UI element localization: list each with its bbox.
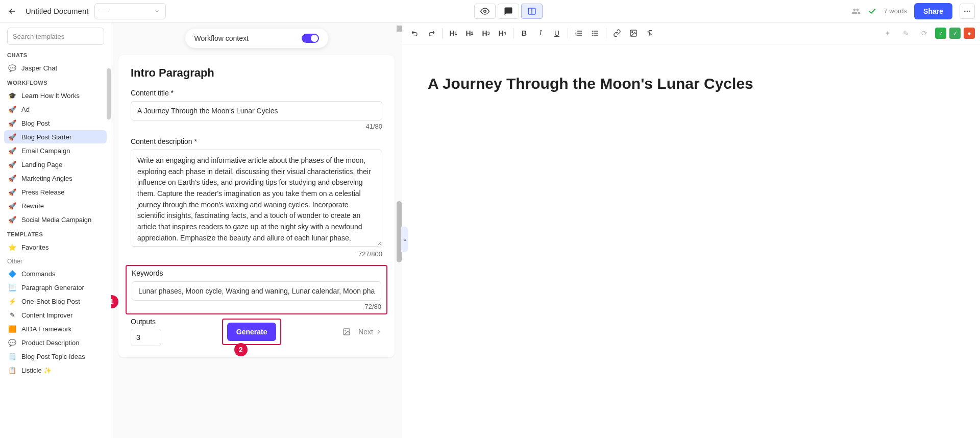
svg-point-9 [632,32,633,33]
h2-button[interactable]: H2 [462,26,477,41]
document-heading[interactable]: A Journey Through the Moon's Lunar Cycle… [428,75,954,92]
editor-toolbar: H1 H2 H3 H4 B I U ✦ ✎ ⟳ ✓ [402,22,980,44]
sidebar-item-email-campaign[interactable]: 🚀Email Campaign [4,144,107,157]
sidebar-item-commands[interactable]: 🔷Commands [4,267,107,280]
sidebar-item-blog-post-starter[interactable]: 🚀Blog Post Starter [4,130,107,143]
generate-button[interactable]: Generate [227,323,277,341]
list-icon: 📋 [8,366,16,374]
underline-button[interactable]: U [549,26,565,41]
document-title[interactable]: Untitled Document [26,7,88,15]
h1-button[interactable]: H1 [446,26,461,41]
seo-badge[interactable]: ✓ [935,28,946,39]
next-button[interactable]: Next [358,328,382,336]
content-title-input[interactable] [131,101,382,120]
sidebar-item-product-desc[interactable]: 💬Product Description [4,336,107,349]
scrollbar-up[interactable] [397,26,402,32]
sidebar-item-paragraph-gen[interactable]: 📃Paragraph Generator [4,281,107,294]
image-icon[interactable] [342,327,351,336]
svg-point-3 [964,10,966,12]
share-button[interactable]: Share [914,3,952,19]
rocket-icon: 🚀 [8,119,16,127]
chevron-right-icon [375,328,382,335]
sidebar-item-blog-topics[interactable]: 🗒️Blog Post Topic Ideas [4,350,107,363]
sidebar: Search templates CHATS 💬 Jasper Chat WOR… [0,22,111,438]
plagiarism-badge[interactable]: ● [964,28,975,39]
paragraph-icon: 📃 [8,283,16,291]
collapse-panel-tab[interactable]: « [401,227,408,252]
tone-select[interactable]: — [94,3,166,19]
commands-icon: 🔷 [8,270,16,278]
next-label: Next [358,328,373,336]
sidebar-scrollbar[interactable] [107,68,111,119]
back-button[interactable] [5,4,19,18]
sidebar-item-learn[interactable]: 🎓Learn How It Works [4,89,107,102]
intro-paragraph-card: Intro Paragraph Content title * 41/80 Co… [118,55,395,357]
wand-icon: ✎ [8,311,16,319]
sidebar-item-label: One-Shot Blog Post [21,298,80,305]
rocket-icon: 🚀 [8,160,16,168]
sidebar-item-landing-page[interactable]: 🚀Landing Page [4,158,107,171]
sidebar-item-favorites[interactable]: ⭐Favorites [4,240,107,254]
chat-mode-button[interactable] [498,4,519,19]
ordered-list-button[interactable] [571,26,586,41]
annotation-1: 1 [111,295,118,308]
unordered-list-button[interactable] [587,26,603,41]
link-button[interactable] [609,26,625,41]
sidebar-item-marketing-angles[interactable]: 🚀Marketing Angles [4,172,107,185]
document-area[interactable]: A Journey Through the Moon's Lunar Cycle… [402,44,980,123]
rocket-icon: 🚀 [8,105,16,113]
sidebar-item-oneshot[interactable]: ⚡One-Shot Blog Post [4,295,107,308]
h4-button[interactable]: H4 [495,26,510,41]
more-menu-button[interactable] [960,4,975,19]
sidebar-item-social-media[interactable]: 🚀Social Media Campaign [4,213,107,226]
sidebar-item-label: Paragraph Generator [21,284,84,291]
sidebar-item-label: Listicle ✨ [21,367,52,374]
h3-button[interactable]: H3 [478,26,494,41]
search-input[interactable]: Search templates [7,28,104,45]
undo-button[interactable] [407,26,423,41]
collaborators-icon[interactable] [851,7,861,16]
keywords-highlight: Keywords 72/80 [126,265,387,314]
redo-icon [427,29,435,37]
workflow-context-toggle[interactable] [302,34,319,43]
sidebar-item-rewrite[interactable]: 🚀Rewrite [4,199,107,212]
chats-header: CHATS [7,52,107,58]
sidebar-item-ad[interactable]: 🚀Ad [4,103,107,116]
sidebar-item-listicle[interactable]: 📋Listicle ✨ [4,363,107,377]
rocket-icon: 🚀 [8,188,16,196]
chat-icon [504,7,513,16]
topbar: Untitled Document — 7 words Share [0,0,980,22]
outputs-input[interactable] [131,329,161,346]
sidebar-item-label: Blog Post Starter [21,133,71,141]
editor-panel: « H1 H2 H3 H4 B I U [402,22,980,438]
content-desc-input[interactable] [131,150,382,247]
sidebar-item-content-improver[interactable]: ✎Content Improver [4,308,107,322]
undo-icon [411,29,419,37]
preview-button[interactable] [474,4,496,19]
ai-wand-button[interactable]: ✎ [898,26,914,41]
outputs-label: Outputs [131,318,161,326]
sidebar-item-jasper-chat[interactable]: 💬 Jasper Chat [4,61,107,75]
annotation-2: 2 [234,343,248,356]
card-title: Intro Paragraph [131,66,382,80]
ai-retry-button[interactable]: ⟳ [917,26,932,41]
keywords-input[interactable] [132,281,381,301]
clear-format-button[interactable] [642,26,657,41]
sidebar-item-label: Content Improver [21,311,72,319]
keywords-counter: 72/80 [132,303,381,310]
sidebar-item-press-release[interactable]: 🚀Press Release [4,185,107,199]
bold-button[interactable]: B [517,26,532,41]
templates-header: TEMPLATES [7,231,107,237]
sidebar-item-blog-post[interactable]: 🚀Blog Post [4,116,107,130]
sidebar-item-aida[interactable]: 🟧AIDA Framework [4,322,107,335]
rocket-icon: 🚀 [8,133,16,141]
image-button[interactable] [626,26,641,41]
image-icon [629,29,638,37]
split-view-button[interactable] [521,4,543,19]
ai-sparkle-button[interactable]: ✦ [880,26,895,41]
italic-button[interactable]: I [533,26,548,41]
grammar-badge[interactable]: ✓ [949,28,961,39]
redo-button[interactable] [424,26,439,41]
content-title-label: Content title * [131,89,382,97]
sidebar-item-label: Commands [21,270,55,278]
